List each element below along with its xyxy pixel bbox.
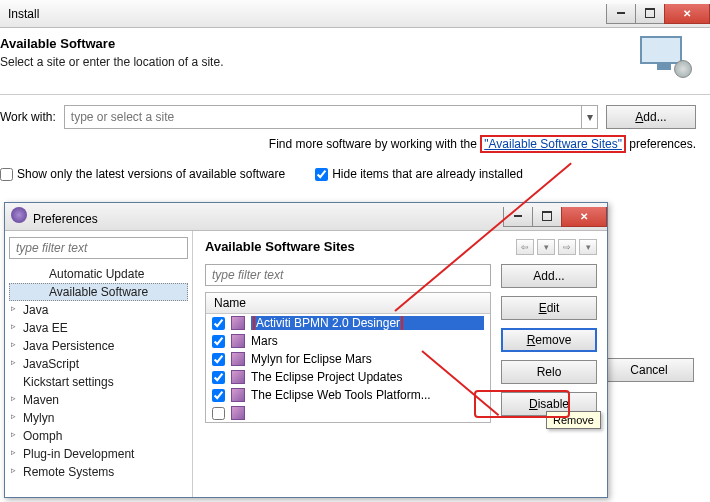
install-title: Install <box>8 7 39 21</box>
helper-prefix: Find more software by working with the <box>269 137 480 151</box>
nav-back-menu-icon[interactable]: ▾ <box>537 239 555 255</box>
site-checkbox[interactable] <box>212 371 225 384</box>
site-icon <box>231 352 245 366</box>
site-icon <box>231 406 245 420</box>
col-name-header[interactable]: Name <box>206 293 490 314</box>
show-latest-checkbox[interactable]: Show only the latest versions of availab… <box>0 167 285 181</box>
site-checkbox[interactable] <box>212 335 225 348</box>
sites-add-button[interactable]: Add... <box>501 264 597 288</box>
tree-item-available-software[interactable]: Available Software <box>9 283 188 301</box>
minimize-button[interactable] <box>606 4 636 24</box>
site-icon <box>231 334 245 348</box>
tree-item-java-ee[interactable]: Java EE <box>9 319 188 337</box>
nav-back-icon[interactable]: ⇦ <box>516 239 534 255</box>
sites-remove-button[interactable]: Remove <box>501 328 597 352</box>
tree-item-plugin-dev[interactable]: Plug-in Development <box>9 445 188 463</box>
table-row[interactable]: Mylyn for Eclipse Mars <box>206 350 490 368</box>
table-row[interactable] <box>206 404 490 422</box>
tree-item-kickstart[interactable]: Kickstart settings <box>9 373 188 391</box>
table-row[interactable]: Activiti BPMN 2.0 Desinger <box>206 314 490 332</box>
sites-table[interactable]: Name Activiti BPMN 2.0 Desinger Mars <box>205 292 491 423</box>
pref-close-button[interactable] <box>561 207 607 227</box>
tree-item-javascript[interactable]: JavaScript <box>9 355 188 373</box>
site-icon <box>231 370 245 384</box>
close-button[interactable] <box>664 4 710 24</box>
work-with-row: Work with: ▾ AAdd...dd... <box>0 95 710 135</box>
preferences-tree[interactable]: Automatic Update Available Software Java… <box>5 231 193 497</box>
computer-icon <box>640 36 688 76</box>
helper-line: Find more software by working with the "… <box>0 135 710 161</box>
table-row[interactable]: Mars <box>206 332 490 350</box>
site-checkbox[interactable] <box>212 389 225 402</box>
tree-item-oomph[interactable]: Oomph <box>9 427 188 445</box>
pref-maximize-button[interactable] <box>532 207 562 227</box>
preferences-right-pane: Available Software Sites ⇦ ▾ ⇨ ▾ Name Ac… <box>193 231 607 497</box>
install-titlebar: Install <box>0 0 710 28</box>
install-header-title: Available Software <box>0 36 223 51</box>
sites-edit-button[interactable]: Edit <box>501 296 597 320</box>
tree-item-automatic-update[interactable]: Automatic Update <box>9 265 188 283</box>
hide-installed-checkbox[interactable]: Hide items that are already installed <box>315 167 523 181</box>
site-icon <box>231 316 245 330</box>
helper-suffix: preferences. <box>626 137 696 151</box>
site-icon <box>231 388 245 402</box>
site-checkbox[interactable] <box>212 317 225 330</box>
options-row: Show only the latest versions of availab… <box>0 161 710 181</box>
available-software-sites-link[interactable]: "Available Software Sites" <box>484 137 622 151</box>
work-with-combo[interactable] <box>64 105 582 129</box>
install-header: Available Software Select a site or ente… <box>0 28 710 95</box>
sites-reload-button[interactable]: Relo <box>501 360 597 384</box>
site-checkbox[interactable] <box>212 353 225 366</box>
tree-item-remote-systems[interactable]: Remote Systems <box>9 463 188 481</box>
nav-arrows: ⇦ ▾ ⇨ ▾ <box>516 239 597 255</box>
tree-item-maven[interactable]: Maven <box>9 391 188 409</box>
tree-item-java-persistence[interactable]: Java Persistence <box>9 337 188 355</box>
tree-item-java[interactable]: Java <box>9 301 188 319</box>
table-row[interactable]: The Eclipse Web Tools Platform... <box>206 386 490 404</box>
nav-fwd-menu-icon[interactable]: ▾ <box>579 239 597 255</box>
eclipse-icon <box>11 207 27 223</box>
install-header-subtitle: Select a site or enter the location of a… <box>0 55 223 69</box>
cancel-button[interactable]: Cancel <box>604 358 694 382</box>
tree-item-mylyn[interactable]: Mylyn <box>9 409 188 427</box>
preferences-title: Preferences <box>33 212 98 226</box>
install-window-controls <box>607 4 710 24</box>
maximize-button[interactable] <box>635 4 665 24</box>
chevron-down-icon[interactable]: ▾ <box>582 105 598 129</box>
tree-filter-input[interactable] <box>9 237 188 259</box>
add-site-button[interactable]: AAdd...dd... <box>606 105 696 129</box>
preferences-window: Preferences Automatic Update Available S… <box>4 202 608 498</box>
work-with-label: Work with: <box>0 110 56 124</box>
annotation-box-remove <box>474 390 570 418</box>
site-checkbox[interactable] <box>212 407 225 420</box>
nav-fwd-icon[interactable]: ⇨ <box>558 239 576 255</box>
